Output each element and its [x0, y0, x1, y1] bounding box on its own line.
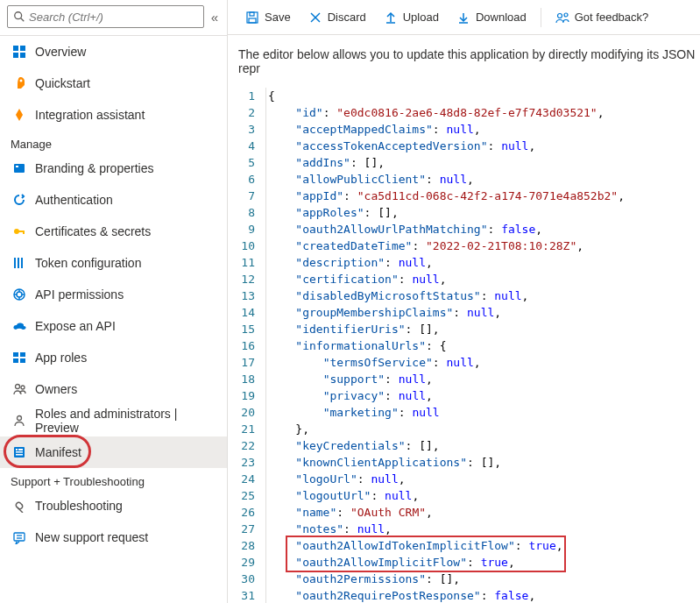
code-line[interactable]: },: [268, 421, 700, 437]
collapse-sidebar-button[interactable]: «: [209, 10, 220, 25]
svg-rect-30: [18, 449, 23, 450]
line-number: 12: [228, 271, 255, 287]
code-line[interactable]: "id": "e0dc0816-2ae6-48d8-82ef-e7f743d03…: [268, 104, 700, 121]
svg-point-27: [18, 416, 22, 421]
svg-rect-14: [21, 258, 23, 268]
sidebar-item-quickstart[interactable]: Quickstart: [0, 67, 227, 99]
code-line[interactable]: "privacy": null,: [268, 387, 700, 404]
code-line[interactable]: "appRoles": [],: [268, 204, 700, 221]
sidebar-item-integration[interactable]: Integration assistant: [0, 99, 227, 131]
sidebar-item-auth[interactable]: Authentication: [0, 184, 227, 216]
code-line[interactable]: "oauth2RequirePostResponse": false,: [268, 587, 700, 603]
sidebar-item-newreq[interactable]: New support request: [0, 521, 227, 553]
code-line[interactable]: {: [268, 88, 700, 104]
manifest-editor[interactable]: 1234567891011121314151617181920212223242…: [228, 88, 700, 603]
discard-icon: [308, 11, 322, 25]
code-line[interactable]: "logoUrl": null,: [268, 471, 700, 487]
code-line[interactable]: "addIns": [],: [268, 154, 700, 171]
line-number: 24: [228, 471, 255, 487]
sidebar-item-token[interactable]: Token configuration: [0, 247, 227, 279]
svg-point-25: [16, 385, 20, 389]
code-line[interactable]: "description": null,: [268, 254, 700, 271]
feedback-button[interactable]: Got feedback?: [548, 7, 656, 28]
sidebar-item-overview[interactable]: Overview: [0, 36, 227, 67]
code-line[interactable]: "termsOfService": null,: [268, 354, 700, 371]
svg-rect-4: [13, 53, 18, 58]
code-line[interactable]: "acceptMappedClaims": null,: [268, 121, 700, 138]
svg-line-1: [21, 18, 25, 22]
sidebar-item-label: Owners: [35, 382, 77, 396]
save-button[interactable]: Save: [238, 7, 298, 28]
code-line[interactable]: "support": null,: [268, 371, 700, 387]
code-line[interactable]: "disabledByMicrosoftStatus": null,: [268, 287, 700, 304]
code-line[interactable]: "allowPublicClient": null,: [268, 171, 700, 188]
code-line[interactable]: "oauth2AllowUrlPathMatching": false,: [268, 221, 700, 238]
quickstart-icon: [12, 76, 26, 90]
line-number: 3: [228, 121, 255, 138]
section-manage: Manage: [0, 131, 227, 153]
token-icon: [12, 256, 26, 270]
code-line[interactable]: "accessTokenAcceptedVersion": null,: [268, 138, 700, 154]
svg-rect-29: [16, 449, 18, 450]
line-number: 13: [228, 287, 255, 304]
sidebar-item-certs[interactable]: Certificates & secrets: [0, 216, 227, 247]
code-line[interactable]: "logoutUrl": null,: [268, 487, 700, 504]
code-line[interactable]: "keyCredentials": [],: [268, 437, 700, 454]
svg-rect-33: [14, 533, 25, 541]
code-area[interactable]: { "id": "e0dc0816-2ae6-48d8-82ef-e7f743d…: [266, 88, 700, 603]
code-line[interactable]: "createdDateTime": "2022-02-21T08:10:28Z…: [268, 238, 700, 254]
description-text: The editor below allows you to update th…: [228, 35, 700, 88]
line-number: 30: [228, 571, 255, 587]
code-line[interactable]: "notes": null,: [268, 521, 700, 537]
discard-button[interactable]: Discard: [301, 7, 373, 28]
line-number: 26: [228, 504, 255, 521]
line-number: 15: [228, 321, 255, 337]
code-line[interactable]: "oauth2AllowIdTokenImplicitFlow": true,: [268, 537, 700, 554]
upload-button[interactable]: Upload: [377, 7, 446, 28]
feedback-label: Got feedback?: [575, 11, 649, 24]
main: Save Discard Upload Download Got feedbac…: [228, 0, 700, 603]
sidebar-item-manifest[interactable]: Manifest: [0, 436, 227, 468]
sidebar-item-label: Certificates & secrets: [35, 224, 151, 238]
section-support: Support + Troubleshooting: [0, 468, 227, 490]
line-number: 5: [228, 154, 255, 171]
sidebar-item-expose[interactable]: Expose an API: [0, 310, 227, 342]
code-line[interactable]: "knownClientApplications": [],: [268, 454, 700, 471]
sidebar-item-branding[interactable]: Branding & properties: [0, 153, 227, 184]
code-line[interactable]: "name": "OAuth CRM",: [268, 504, 700, 521]
roles-icon: [12, 414, 26, 428]
sidebar-item-label: Overview: [35, 45, 86, 59]
svg-point-46: [564, 13, 568, 17]
svg-rect-23: [13, 358, 18, 363]
code-line[interactable]: "oauth2Permissions": [],: [268, 571, 700, 587]
search-input[interactable]: [29, 11, 198, 24]
sidebar-item-roles[interactable]: Roles and administrators | Preview: [0, 405, 227, 436]
troubleshoot-icon: [12, 499, 26, 513]
sidebar-item-api-perm[interactable]: API permissions: [0, 279, 227, 310]
auth-icon: [12, 193, 26, 207]
sidebar-item-approles[interactable]: App roles: [0, 342, 227, 373]
svg-point-45: [557, 13, 562, 18]
upload-label: Upload: [403, 11, 439, 24]
owners-icon: [12, 382, 26, 396]
code-line[interactable]: "identifierUris": [],: [268, 321, 700, 337]
code-line[interactable]: "oauth2AllowImplicitFlow": true,: [268, 554, 700, 571]
code-line[interactable]: "informationalUrls": {: [268, 337, 700, 354]
svg-rect-8: [16, 166, 18, 167]
code-line[interactable]: "groupMembershipClaims": null,: [268, 304, 700, 321]
code-line[interactable]: "certification": null,: [268, 271, 700, 287]
sidebar-item-owners[interactable]: Owners: [0, 373, 227, 405]
sidebar-item-label: Branding & properties: [35, 161, 153, 175]
code-line[interactable]: "marketing": null: [268, 404, 700, 421]
certs-icon: [12, 224, 26, 238]
upload-icon: [384, 11, 398, 25]
save-label: Save: [265, 11, 291, 24]
download-button[interactable]: Download: [449, 7, 534, 28]
code-line[interactable]: "appId": "ca5d11cd-068c-42f2-a174-7071e4…: [268, 188, 700, 204]
sidebar-item-label: Troubleshooting: [35, 499, 123, 513]
line-number: 25: [228, 487, 255, 504]
sidebar-item-troubleshoot[interactable]: Troubleshooting: [0, 490, 227, 521]
svg-rect-22: [20, 352, 25, 357]
search-box[interactable]: [7, 5, 204, 28]
svg-rect-38: [249, 18, 256, 23]
